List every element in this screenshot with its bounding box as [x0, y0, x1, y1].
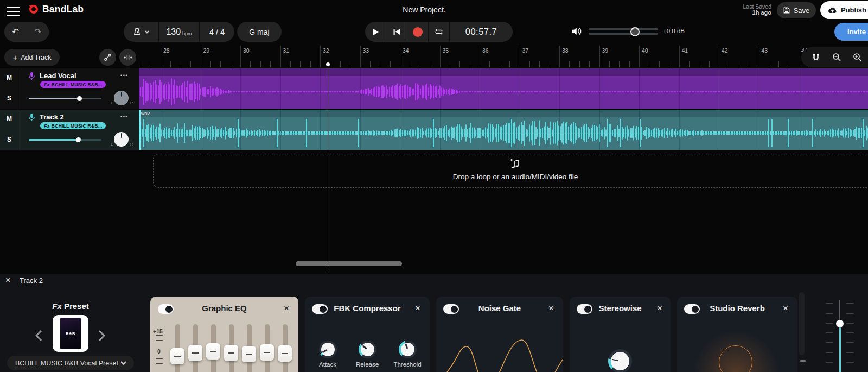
fx-badge[interactable]: FxBCHILL MUSIC R&B...: [40, 122, 106, 129]
eq-fader-handle[interactable]: [170, 348, 184, 364]
snap-button[interactable]: [808, 49, 824, 66]
publish-label: Publish: [841, 6, 866, 14]
effect-card-graphic-eq: Graphic EQ × +15 0: [150, 297, 298, 372]
zoom-in-button[interactable]: [849, 49, 865, 66]
master-volume-slider[interactable]: [589, 26, 658, 37]
waveform: [139, 117, 868, 149]
track-header: M S Track 2 ••• FxBCHILL MUSIC R&B... L …: [0, 110, 139, 150]
track-volume-slider[interactable]: [76, 137, 81, 142]
bandlab-logo-icon: [28, 3, 40, 15]
fx-label: Fx: [44, 123, 50, 129]
bpm-display[interactable]: 130 bpm: [159, 22, 199, 42]
preset-next-button[interactable]: [95, 327, 107, 344]
eq-fader-handle[interactable]: [278, 345, 292, 362]
mic-icon: [28, 72, 36, 81]
eq-fader-handle[interactable]: [188, 345, 202, 361]
knob-label: Threshold: [388, 361, 426, 368]
clip-region[interactable]: wav: [139, 110, 868, 150]
preset-dropdown[interactable]: BCHILL MUSIC R&B Vocal Preset: [7, 356, 134, 370]
effect-card-studio-reverb: Studio Reverb × 20 %: [677, 297, 797, 372]
solo-button[interactable]: S: [3, 92, 15, 104]
track-menu-button[interactable]: •••: [120, 114, 128, 119]
hamburger-menu-button[interactable]: [7, 4, 20, 18]
add-track-button[interactable]: + Add Track: [4, 49, 60, 66]
redo-button[interactable]: ↷: [27, 22, 49, 42]
preset-image[interactable]: R&B: [53, 315, 88, 352]
chevron-down-icon: [120, 361, 126, 365]
dropzone[interactable]: Drop a loop or an audio/MIDI/video file: [153, 154, 868, 188]
eq-fader-handle[interactable]: [206, 343, 220, 360]
preset-box-art: R&B: [60, 318, 81, 349]
effect-card-fbk-compressor: FBK Compressor × Attack Release Threshol…: [305, 297, 430, 372]
master-volume-icon[interactable]: [571, 26, 583, 36]
bandlab-studio-window: BandLab New Project. Last Saved 1h ago S…: [0, 0, 868, 372]
floppy-icon: [783, 7, 790, 14]
fx-badge-text: BCHILL MUSIC R&B...: [52, 82, 103, 87]
undo-icon: ↶: [12, 27, 19, 37]
eq-fader-handle[interactable]: [260, 344, 274, 361]
timeline-ruler[interactable]: 2829303132333435363738394041424344: [139, 46, 868, 67]
magnet-icon: [812, 53, 820, 62]
track-name[interactable]: Track 2: [40, 113, 64, 121]
clip-filename-label: wav: [141, 111, 150, 116]
undo-button[interactable]: ↶: [4, 22, 27, 42]
automation-button[interactable]: [99, 49, 116, 66]
playhead[interactable]: [328, 62, 329, 272]
last-saved-value: 1h ago: [752, 9, 771, 16]
effect-close-button[interactable]: ×: [415, 303, 420, 314]
eq-fader-handle[interactable]: [224, 345, 238, 361]
pan-knob[interactable]: [114, 132, 129, 147]
pan-left-label: L: [111, 101, 113, 105]
horizontal-scrollbar[interactable]: [296, 261, 402, 266]
attack-knob[interactable]: [319, 341, 337, 358]
project-title[interactable]: New Project.: [380, 5, 469, 14]
clip-region[interactable]: [139, 68, 868, 109]
effect-card-stereowise: Stereowise × Spread: [570, 297, 671, 372]
redo-icon: ↷: [34, 27, 41, 37]
track-menu-button[interactable]: •••: [120, 73, 128, 78]
play-button[interactable]: [365, 22, 386, 42]
note-plus-icon: [510, 158, 521, 170]
metronome-button[interactable]: [124, 22, 158, 42]
level-meter: [799, 292, 805, 355]
mute-button[interactable]: M: [3, 72, 15, 84]
effect-card-noise-gate: Noise Gate × -55.8 dB Threshold ⇅: [436, 297, 563, 372]
panel-fader-thumb[interactable]: [836, 320, 844, 327]
track-name[interactable]: Lead Vocal: [40, 72, 76, 80]
master-db-label: +0.0 dB: [663, 28, 685, 34]
bpm-unit: bpm: [182, 31, 192, 36]
playhead-handle[interactable]: [326, 62, 330, 66]
clip-header[interactable]: [139, 68, 868, 76]
fx-preset-heading: Fx Preset: [16, 301, 125, 311]
save-label: Save: [794, 7, 810, 15]
publish-button[interactable]: Publish: [820, 1, 868, 19]
mixer-button[interactable]: [119, 49, 136, 66]
mute-button[interactable]: M: [3, 113, 15, 125]
pan-knob[interactable]: [114, 91, 129, 105]
record-button[interactable]: [407, 22, 428, 42]
fx-badge[interactable]: FxBCHILL MUSIC R&B...: [40, 81, 106, 88]
time-signature-display[interactable]: 4 / 4: [200, 22, 234, 42]
clip-header[interactable]: wav: [139, 110, 868, 117]
solo-button[interactable]: S: [3, 134, 15, 146]
panel-close-button[interactable]: ×: [5, 276, 11, 284]
save-button[interactable]: Save: [777, 2, 816, 18]
loop-button[interactable]: [429, 22, 449, 42]
pan-right-label: R: [130, 101, 133, 105]
effect-close-button[interactable]: ×: [657, 303, 662, 314]
invite-button[interactable]: Invite: [834, 23, 868, 41]
zoom-out-button[interactable]: [828, 49, 845, 66]
skip-to-start-button[interactable]: [386, 22, 407, 42]
master-volume-thumb[interactable]: [630, 27, 640, 36]
spread-knob[interactable]: [608, 349, 632, 372]
eq-fader-handle[interactable]: [242, 346, 256, 362]
threshold-knob[interactable]: [399, 341, 417, 358]
effect-close-button[interactable]: ×: [783, 303, 788, 314]
effect-close-button[interactable]: ×: [548, 303, 554, 314]
key-display[interactable]: G maj: [237, 22, 282, 42]
time-display[interactable]: 00:57.7: [450, 22, 513, 42]
track-volume-slider[interactable]: [77, 96, 82, 101]
preset-prev-button[interactable]: [33, 327, 44, 344]
bandlab-logo[interactable]: BandLab: [28, 3, 84, 15]
release-knob[interactable]: [359, 341, 376, 358]
